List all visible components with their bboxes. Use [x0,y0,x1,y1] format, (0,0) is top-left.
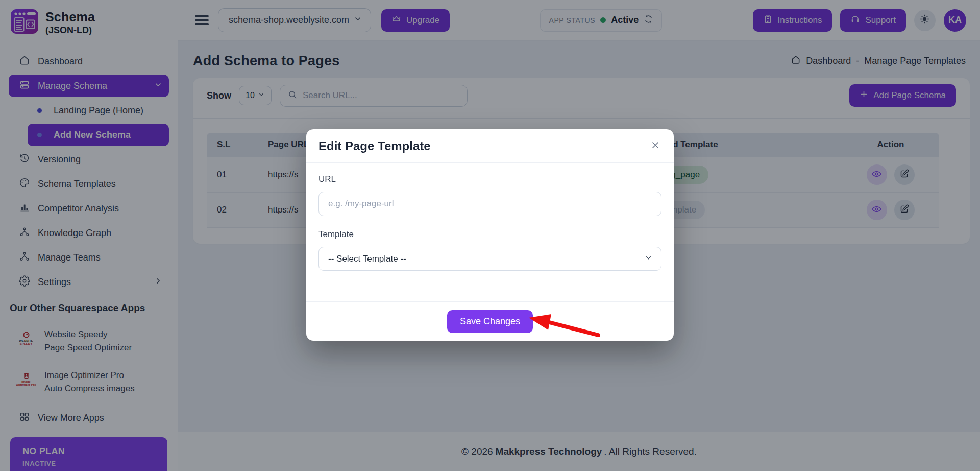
chevron-down-icon [644,253,653,265]
template-select-value: -- Select Template -- [328,254,406,264]
save-changes-button[interactable]: Save Changes [447,310,533,333]
close-icon [650,140,660,152]
modal-close-button[interactable] [650,140,660,152]
url-input[interactable] [318,192,662,216]
edit-page-template-modal: Edit Page Template URL Template -- Selec… [306,129,674,341]
template-field-label: Template [318,229,662,240]
modal-title: Edit Page Template [318,139,431,153]
template-select[interactable]: -- Select Template -- [318,247,662,271]
url-field-label: URL [318,174,662,184]
